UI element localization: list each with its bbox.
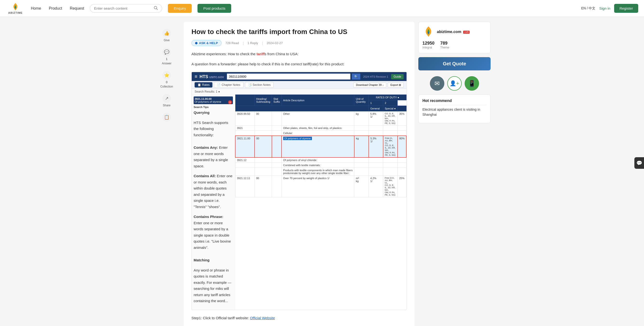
col-code-header — [235, 95, 254, 106]
intro-paragraph-1: Abiztime experiences: How to check the t… — [192, 51, 407, 57]
post-products-button[interactable]: Post products — [198, 4, 231, 13]
give-label: Give — [164, 39, 170, 42]
table-row: 3921 Other plates, sheets, film, foil an… — [235, 126, 406, 131]
hts-year: 2024 HTS Revision 1 — [363, 75, 388, 78]
hts-guide-button[interactable]: Guide — [391, 74, 404, 79]
page-body: 👍 Give 💬 1 Answer ⭐ 0 Collection ↗ Share… — [154, 17, 490, 326]
site-brand-info: abiztime.com LV9 — [437, 30, 470, 34]
table-row: 3920.99.50 00 Other kg 5.8%1/ CO, D, E, … — [235, 111, 406, 126]
main-content: How to check the tariffs import from Chi… — [184, 22, 414, 326]
hts-tab-rates[interactable]: 📋 Rates — [194, 82, 212, 88]
col-heading-header: Heading/Subheading — [254, 95, 272, 106]
signin-button[interactable]: Sign in — [599, 6, 610, 10]
hts-tabs: 📋 Rates 📄 Chapter Notes 📑 Section Notes … — [192, 81, 406, 89]
share-icon: ↗ — [162, 94, 171, 103]
hts-tab-chapter[interactable]: 📄 Chapter Notes — [214, 82, 243, 88]
recommend-item[interactable]: Electrical appliances client is visiting… — [422, 105, 486, 119]
step1-paragraph: Step1: Click to Official tariff website:… — [192, 315, 407, 321]
stat-theme: 789 Theme — [440, 41, 449, 49]
float-chat-button[interactable]: 💬 — [634, 157, 644, 169]
integral-label: Integral — [422, 46, 434, 49]
sidebar-give[interactable]: 👍 Give — [157, 27, 176, 44]
hts-tab-section[interactable]: 📑 Section Notes — [245, 82, 274, 88]
hts-screenshot-image: ≡ HTS USITC.GOV 🔍 2024 HTS Revision 1 Gu… — [192, 72, 407, 310]
search-box — [90, 4, 162, 13]
hts-export-button[interactable]: Export ⊞ — [388, 82, 404, 88]
col-unit-header: Unit ofQuantity — [354, 95, 369, 106]
table-row: Products with textile components in whic… — [235, 168, 406, 176]
hts-header: ≡ HTS USITC.GOV 🔍 2024 HTS Revision 1 Gu… — [192, 72, 406, 81]
search-input[interactable] — [94, 6, 154, 10]
enquiry-button[interactable]: Enquiry — [168, 4, 192, 13]
hts-search-button[interactable]: 🔍 — [352, 74, 360, 80]
theme-value: 789 — [440, 41, 449, 46]
nav-product[interactable]: Product — [49, 6, 62, 11]
star-icon: ⭐ — [162, 71, 171, 80]
sidebar-answer[interactable]: 💬 1 Answer — [157, 45, 176, 68]
logo[interactable]: ABIZTIME — [6, 3, 25, 14]
search-icon — [154, 6, 158, 11]
hts-actions: Download Chapter 39 ↓ Export ⊞ — [353, 82, 404, 88]
article-body: Abiztime experiences: How to check the t… — [192, 51, 407, 321]
col-special-header: Special ● — [383, 106, 398, 111]
col-stat-header: StatSuffix — [272, 95, 282, 106]
hts-download-button[interactable]: Download Chapter 39 ↓ — [353, 82, 386, 88]
add-user-icon: 👤+ — [450, 80, 459, 87]
site-stats: 12950 Integral 789 Theme — [422, 41, 486, 49]
sidebar-collection[interactable]: ⭐ 0 Collection — [157, 68, 176, 91]
register-button[interactable]: Register — [614, 4, 638, 13]
table-row: Cellular: — [235, 131, 406, 136]
site-name: abiztime.com — [437, 30, 461, 34]
stat-integral: 12950 Integral — [422, 41, 434, 49]
add-user-contact-icon[interactable]: 👤+ — [447, 76, 462, 91]
official-website-link[interactable]: Official Website — [250, 316, 275, 320]
hts-search-bar: 🔍 — [227, 74, 360, 80]
site-brand: abiztime.com LV9 — [422, 26, 486, 38]
theme-label: Theme — [440, 46, 449, 49]
chapter-icon: 📄 — [217, 83, 220, 87]
table-row: 3921.12 Of polymers of vinyl chloride: — [235, 157, 406, 163]
col-rates-header: RATES OF DUTY ● — [369, 95, 406, 100]
share-label: Share — [163, 104, 170, 107]
hts-table-simulation: ≡ HTS USITC.GOV 🔍 2024 HTS Revision 1 Gu… — [192, 72, 406, 310]
col-desc-header: Article Description — [282, 95, 354, 106]
rates-icon: 📋 — [198, 83, 201, 87]
integral-value: 12950 — [422, 41, 434, 46]
highlight-tariff: tariff — [256, 52, 264, 56]
hts-results-bar: Search Results: 1 ● — [192, 89, 406, 95]
email-contact-icon[interactable]: ✉ — [430, 76, 444, 91]
reply-count: 1 Reply — [248, 41, 258, 45]
left-sidebar: 👍 Give 💬 1 Answer ⭐ 0 Collection ↗ Share… — [154, 22, 180, 326]
copy-icon: 📋 — [162, 113, 171, 121]
hts-search-input[interactable] — [227, 74, 350, 80]
site-brand-card: abiztime.com LV9 12950 Integral 789 Them… — [418, 22, 490, 53]
site-level-badge: LV9 — [463, 31, 470, 34]
answer-count: 1 — [166, 57, 168, 61]
intro-paragraph-2: A question from a forwarder: please help… — [192, 61, 407, 67]
header: ABIZTIME Home Product Request Enquiry Po… — [0, 0, 644, 17]
collection-count: 0 — [166, 81, 168, 84]
section-icon: 📑 — [248, 83, 252, 87]
logo-text: ABIZTIME — [8, 11, 23, 14]
badge-label: ASK & HELP — [199, 41, 218, 45]
header-right: EN / 中文 Sign in Register — [581, 4, 638, 13]
publish-date: 2024-02-27 — [266, 41, 283, 45]
language-switcher[interactable]: EN / 中文 — [581, 6, 595, 11]
nav-request[interactable]: Request — [70, 6, 84, 11]
ask-help-badge[interactable]: ASK & HELP — [192, 40, 222, 46]
main-nav: Home Product Request — [31, 6, 84, 11]
table-row: 3921.12.11 00 Over 70 percent by weight … — [235, 176, 406, 197]
svg-line-1 — [156, 9, 158, 10]
sidebar-share[interactable]: ↗ Share — [157, 92, 176, 109]
table-row: Combined with textile materials: — [235, 163, 406, 168]
col-rate2-header: 2 — [383, 100, 398, 106]
hot-recommend-card: Hot recommend Electrical appliances clie… — [418, 95, 490, 123]
contact-icons: ✉ 👤+ 📱 — [418, 76, 490, 91]
badge-dot — [195, 42, 198, 44]
sidebar-copy[interactable]: 📋 — [157, 110, 176, 124]
hts-data-table: Heading/Subheading StatSuffix Article De… — [235, 95, 406, 197]
whatsapp-contact-icon[interactable]: 📱 — [464, 76, 479, 91]
nav-home[interactable]: Home — [31, 6, 41, 11]
get-quote-button[interactable]: Get Quote — [418, 57, 490, 70]
comment-icon: 💬 — [162, 48, 171, 56]
